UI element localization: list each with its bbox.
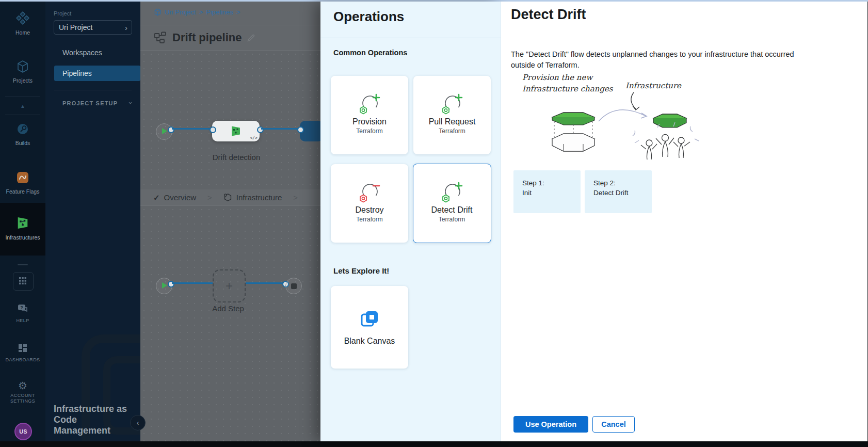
builds-icon [16, 122, 29, 136]
operations-drawer: Operations Common Operations Provision T… [320, 2, 501, 441]
sidebar-collapse-button[interactable]: ‹ [130, 415, 146, 430]
rail-item-label: Feature Flags [0, 188, 45, 195]
use-operation-button[interactable]: Use Operation [513, 416, 588, 433]
svg-text:?: ? [20, 305, 23, 310]
code-view-hint: </> [250, 136, 258, 140]
breadcrumb-project-link[interactable]: Uri Project [165, 8, 196, 16]
rail-divider [18, 264, 28, 265]
sidebar-item-pipelines[interactable]: Pipelines [54, 66, 140, 81]
project-name: Uri Project [59, 23, 125, 31]
provision-terraform-icon [357, 92, 382, 115]
operation-card-subtitle: Terraform [439, 216, 465, 223]
sidebar-item-label: Pipelines [62, 69, 92, 77]
edit-pencil-icon[interactable] [247, 34, 255, 42]
sidebar-item-workspaces[interactable]: Workspaces [54, 45, 140, 60]
play-icon [162, 282, 167, 289]
add-step-button[interactable]: + [213, 269, 246, 302]
rail-item-label: Projects [0, 77, 45, 84]
sidebar-item-projects[interactable]: Projects [0, 60, 45, 84]
project-label: Project [54, 10, 71, 17]
step-name: Detect Drift [593, 188, 652, 198]
window-bottom-edge [0, 441, 868, 447]
stage-label: Drift detection [203, 153, 270, 162]
chevron-right-icon: > [207, 193, 212, 202]
connector-dot [210, 126, 216, 133]
connector-dot [168, 281, 174, 288]
play-icon [162, 128, 167, 134]
step-label: Step 1: [522, 178, 581, 188]
rail-item-label: Home [0, 29, 45, 36]
operation-card-title: Pull Request [429, 117, 476, 126]
sidebar-item-home[interactable]: Home [0, 11, 45, 36]
operation-card-destroy[interactable]: Destroy Terraform [331, 164, 408, 243]
sidebar-item-dashboards[interactable]: DASHBOARDS [0, 343, 45, 363]
project-cube-icon [154, 8, 162, 16]
sidebar-item-help[interactable]: ? HELP [0, 304, 45, 324]
feature-flags-icon [16, 171, 29, 184]
project-setup-section[interactable]: PROJECT SETUP › [62, 99, 132, 107]
user-avatar[interactable]: US [14, 423, 32, 440]
stage-node-drift-detection[interactable]: </> [212, 121, 260, 141]
breadcrumb-pipelines-link[interactable]: Pipelines [206, 8, 233, 16]
project-selector[interactable]: Uri Project › [54, 20, 132, 35]
stop-icon [291, 283, 297, 289]
drawer-title: Operations [333, 9, 404, 25]
operation-card-provision[interactable]: Provision Terraform [331, 76, 408, 154]
tab-infrastructure[interactable]: Infrastructure [223, 193, 282, 202]
detect-drift-illustration: Provision the new Infrastructure changes… [511, 66, 779, 166]
nav-rail: Home Projects ▲ Builds [0, 2, 45, 441]
chevron-left-icon: ‹ [137, 419, 139, 427]
rail-divider [5, 97, 40, 97]
infrastructure-stage-icon [230, 125, 242, 137]
blank-canvas-icon [359, 309, 380, 329]
gear-icon: ⚙ [0, 380, 45, 391]
step-box-2: Step 2: Detect Drift [585, 170, 652, 213]
illustration-caption: Infrastructure changes [522, 84, 614, 93]
operation-card-title: Detect Drift [431, 205, 472, 215]
grid-icon [19, 277, 27, 285]
sidebar-divider [54, 90, 132, 90]
avatar-initials: US [19, 428, 27, 435]
project-sidebar: Project Uri Project › Workspaces Pipelin… [45, 2, 140, 441]
breadcrumb-separator: > [236, 8, 240, 16]
illustration-caption: Provision the new [522, 73, 593, 82]
blank-canvas-label: Blank Canvas [344, 337, 395, 346]
sidebar-item-account-settings[interactable]: ⚙ ACCOUNT SETTINGS [0, 380, 45, 405]
destroy-terraform-icon [357, 181, 382, 203]
connector-dot [257, 126, 264, 133]
page-title: Drift pipeline [172, 31, 242, 44]
help-chat-icon: ? [17, 304, 28, 314]
breadcrumb: Uri Project > Pipelines > [154, 8, 240, 16]
operation-card-pull-request[interactable]: Pull Request Terraform [413, 76, 491, 154]
module-picker-button[interactable] [13, 272, 34, 291]
drawer-divider [320, 38, 501, 38]
explore-heading: Lets Explore It! [333, 266, 389, 275]
operation-card-detect-drift[interactable]: Detect Drift Terraform [413, 164, 491, 243]
scroll-up-icon[interactable]: ▲ [0, 103, 45, 109]
footer-line: Infrastructure as [54, 404, 136, 414]
connector-dot [297, 126, 304, 133]
step-box-1: Step 1: Init [513, 170, 581, 213]
add-step-label: Add Step [202, 304, 254, 313]
operation-card-title: Destroy [355, 205, 383, 215]
check-icon: ✓ [153, 193, 160, 202]
pipeline-end-node[interactable] [285, 278, 302, 294]
step-name: Init [522, 188, 581, 198]
hexagon-icon [223, 193, 232, 202]
blank-canvas-card[interactable]: Blank Canvas [331, 286, 408, 369]
connector-dot [168, 126, 174, 133]
tab-label: Overview [164, 193, 197, 202]
illustration-caption: Infrastructure [625, 81, 682, 90]
chevron-down-icon: › [126, 102, 134, 104]
cancel-button[interactable]: Cancel [592, 416, 635, 433]
sidebar-item-feature-flags[interactable]: Feature Flags [0, 171, 45, 195]
sidebar-item-infrastructures[interactable]: Infrastructures [0, 216, 45, 241]
chevron-right-icon: › [125, 23, 127, 32]
detect-drift-terraform-icon [440, 181, 464, 203]
rail-item-label: DASHBOARDS [0, 357, 45, 363]
rail-item-label: ACCOUNT SETTINGS [6, 393, 39, 404]
rail-item-label: Infrastructures [0, 234, 45, 241]
sidebar-item-builds[interactable]: Builds [0, 122, 45, 146]
tab-overview[interactable]: ✓ Overview [153, 193, 196, 202]
pull-request-terraform-icon [440, 92, 464, 115]
